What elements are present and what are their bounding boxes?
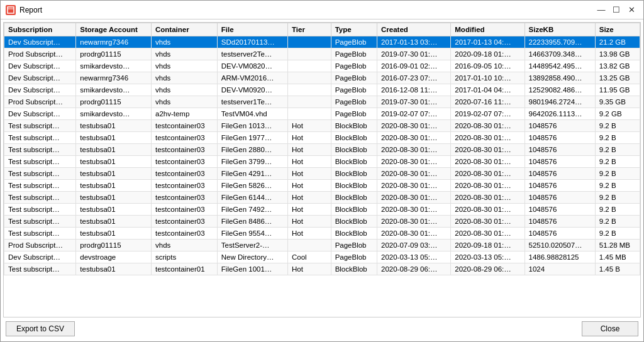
cell-storage-account: testubsa01 xyxy=(76,144,152,156)
cell-sizekb: 1024 xyxy=(525,263,595,275)
table-row[interactable]: Test subscript…testubsa01testcontainer03… xyxy=(4,180,640,192)
cell-modified: 2020-09-18 01:… xyxy=(451,240,525,251)
cell-subscription: Test subscript… xyxy=(4,216,76,228)
cell-modified: 2020-09-18 01:… xyxy=(451,48,525,60)
minimize-button[interactable]: — xyxy=(594,3,608,17)
cell-file: FileGen 4291… xyxy=(217,168,287,180)
cell-created: 2016-12-08 11:… xyxy=(377,84,451,96)
cell-type: BlockBlob xyxy=(331,180,377,192)
cell-sizekb: 1048576 xyxy=(525,180,595,192)
cell-created: 2020-08-30 01:… xyxy=(377,192,451,204)
cell-storage-account: testubsa01 xyxy=(76,168,152,180)
cell-size: 9.2 B xyxy=(595,144,640,156)
cell-file: FileGen 2880… xyxy=(217,144,287,156)
cell-created: 2020-08-30 01:… xyxy=(377,216,451,228)
cell-sizekb: 1048576 xyxy=(525,228,595,240)
cell-tier: Hot xyxy=(287,180,331,192)
table-row[interactable]: Prod Subscript…prodrg01115vhdsTestServer… xyxy=(4,240,640,251)
table-row[interactable]: Dev Subscript…smikardevsto…vhdsDEV-VM082… xyxy=(4,60,640,72)
cell-created: 2020-08-29 06:… xyxy=(377,263,451,275)
cell-type: BlockBlob xyxy=(331,228,377,240)
table-row[interactable]: Test subscript…testubsa01testcontainer03… xyxy=(4,156,640,168)
cell-sizekb: 1048576 xyxy=(525,120,595,132)
cell-size: 11.95 GB xyxy=(595,84,640,96)
data-table-container[interactable]: SubscriptionStorage AccountContainerFile… xyxy=(3,22,641,317)
column-header-type: Type xyxy=(331,23,377,36)
table-row[interactable]: Test subscript…testubsa01testcontainer03… xyxy=(4,216,640,228)
cell-type: PageBlob xyxy=(331,251,377,263)
cell-container: vhds xyxy=(151,72,217,84)
cell-size: 9.2 B xyxy=(595,132,640,144)
cell-container: testcontainer03 xyxy=(151,120,217,132)
column-header-size: Size xyxy=(595,23,640,36)
cell-container: testcontainer03 xyxy=(151,204,217,216)
cell-subscription: Prod Subscript… xyxy=(4,96,76,108)
cell-created: 2019-07-30 01:… xyxy=(377,96,451,108)
cell-subscription: Test subscript… xyxy=(4,228,76,240)
table-row[interactable]: Dev Subscript…newarmrg7346vhdsARM-VM2016… xyxy=(4,72,640,84)
cell-storage-account: testubsa01 xyxy=(76,180,152,192)
maximize-button[interactable]: ☐ xyxy=(609,3,623,17)
cell-sizekb: 9801946.2724… xyxy=(525,96,595,108)
cell-modified: 2020-08-30 01:… xyxy=(451,144,525,156)
cell-size: 9.2 GB xyxy=(595,108,640,120)
table-row[interactable]: Test subscript…testubsa01testcontainer01… xyxy=(4,263,640,275)
cell-type: BlockBlob xyxy=(331,156,377,168)
cell-tier xyxy=(287,84,331,96)
column-header-storage-account: Storage Account xyxy=(76,23,152,36)
export-csv-button[interactable]: Export to CSV xyxy=(6,321,75,336)
cell-created: 2019-07-30 01:… xyxy=(377,48,451,60)
table-row[interactable]: Test subscript…testubsa01testcontainer03… xyxy=(4,168,640,180)
table-row[interactable]: Dev Subscript…smikardevsto…vhdsDEV-VM092… xyxy=(4,84,640,96)
cell-modified: 2020-08-30 01:… xyxy=(451,228,525,240)
cell-created: 2020-08-30 01:… xyxy=(377,180,451,192)
cell-type: PageBlob xyxy=(331,36,377,48)
table-row[interactable]: Dev Subscript…devstroagescriptsNew Direc… xyxy=(4,251,640,263)
table-row[interactable]: Test subscript…testubsa01testcontainer03… xyxy=(4,132,640,144)
cell-file: New Directory… xyxy=(217,251,287,263)
cell-container: vhds xyxy=(151,60,217,72)
cell-size: 13.82 GB xyxy=(595,60,640,72)
cell-sizekb: 1486.98828125 xyxy=(525,251,595,263)
table-row[interactable]: Dev Subscript…smikardevsto…a2hv-tempTest… xyxy=(4,108,640,120)
table-row[interactable]: Test subscript…testubsa01testcontainer03… xyxy=(4,120,640,132)
table-row[interactable]: Dev Subscript…newarmrg7346vhdsSDd2017011… xyxy=(4,36,640,48)
cell-created: 2019-02-07 07:… xyxy=(377,108,451,120)
cell-tier: Hot xyxy=(287,132,331,144)
cell-container: testcontainer03 xyxy=(151,144,217,156)
cell-type: BlockBlob xyxy=(331,120,377,132)
cell-subscription: Dev Subscript… xyxy=(4,84,76,96)
cell-modified: 2017-01-04 04:… xyxy=(451,84,525,96)
cell-type: BlockBlob xyxy=(331,144,377,156)
table-row[interactable]: Prod Subscript…prodrg01115vhdstestserver… xyxy=(4,48,640,60)
column-header-sizekb: SizeKB xyxy=(525,23,595,36)
window-controls: — ☐ ✕ xyxy=(594,3,638,17)
cell-sizekb: 52510.020507… xyxy=(525,240,595,251)
cell-tier: Hot xyxy=(287,144,331,156)
column-header-modified: Modified xyxy=(451,23,525,36)
cell-subscription: Test subscript… xyxy=(4,168,76,180)
close-window-button[interactable]: ✕ xyxy=(625,3,638,17)
cell-subscription: Test subscript… xyxy=(4,263,76,275)
cell-modified: 2020-08-30 01:… xyxy=(451,180,525,192)
cell-tier: Hot xyxy=(287,263,331,275)
table-row[interactable]: Test subscript…testubsa01testcontainer03… xyxy=(4,204,640,216)
table-row[interactable]: Test subscript…testubsa01testcontainer03… xyxy=(4,192,640,204)
column-header-subscription: Subscription xyxy=(4,23,76,36)
cell-created: 2020-08-30 01:… xyxy=(377,120,451,132)
column-header-container: Container xyxy=(151,23,217,36)
table-row[interactable]: Test subscript…testubsa01testcontainer03… xyxy=(4,228,640,240)
cell-file: SDd20170113… xyxy=(217,36,287,48)
column-header-created: Created xyxy=(377,23,451,36)
cell-storage-account: smikardevsto… xyxy=(76,84,152,96)
cell-type: PageBlob xyxy=(331,60,377,72)
table-row[interactable]: Prod Subscript…prodrg01115vhdstestserver… xyxy=(4,96,640,108)
cell-tier: Hot xyxy=(287,192,331,204)
cell-storage-account: testubsa01 xyxy=(76,120,152,132)
cell-created: 2017-01-13 03:… xyxy=(377,36,451,48)
table-row[interactable]: Test subscript…testubsa01testcontainer03… xyxy=(4,144,640,156)
cell-size: 9.2 B xyxy=(595,180,640,192)
close-button[interactable]: Close xyxy=(582,321,638,336)
cell-created: 2020-08-30 01:… xyxy=(377,228,451,240)
cell-type: BlockBlob xyxy=(331,132,377,144)
